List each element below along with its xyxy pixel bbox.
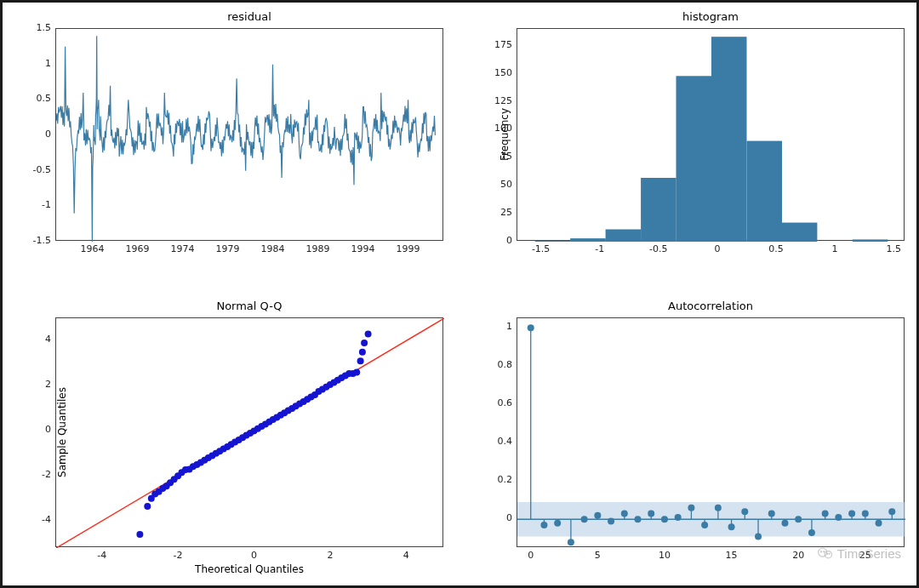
xtick: 1 bbox=[832, 243, 838, 254]
axes-histogram: histogram Frequency -1.5-1-0.500.511.502… bbox=[517, 28, 905, 241]
acf-marker bbox=[594, 512, 601, 519]
ytick: -0.5 bbox=[33, 163, 51, 174]
panel-qq: Normal Q-Q Sample Quantiles Theoretical … bbox=[55, 317, 443, 547]
acf-marker bbox=[621, 511, 628, 517]
axes-acf: Autocorrelation 051015202500.20.40.60.81 bbox=[517, 317, 905, 547]
plot-svg bbox=[517, 29, 905, 242]
acf-marker bbox=[581, 516, 588, 522]
axes-qq: Normal Q-Q Sample Quantiles Theoretical … bbox=[55, 317, 443, 547]
xtick: -2 bbox=[174, 550, 183, 561]
qq-point bbox=[357, 357, 364, 364]
hist-bar bbox=[535, 241, 571, 242]
acf-marker bbox=[701, 522, 708, 528]
panel-acf: Autocorrelation 051015202500.20.40.60.81 bbox=[517, 317, 905, 547]
ytick: -1 bbox=[42, 199, 51, 210]
acf-marker bbox=[755, 534, 762, 540]
ytick: 0.2 bbox=[498, 474, 513, 485]
xtick: 1994 bbox=[351, 243, 375, 254]
xtick: 1969 bbox=[125, 243, 149, 254]
acf-marker bbox=[862, 511, 869, 517]
xtick: 15 bbox=[726, 550, 738, 561]
xtick: 1964 bbox=[80, 243, 104, 254]
qq-point bbox=[144, 503, 151, 510]
xtick: 4 bbox=[403, 550, 409, 561]
acf-marker bbox=[568, 539, 574, 545]
residual-line bbox=[56, 36, 435, 242]
title-residual: residual bbox=[56, 10, 442, 23]
panel-histogram: histogram Frequency -1.5-1-0.500.511.502… bbox=[517, 28, 905, 241]
qq-point bbox=[136, 531, 143, 538]
hist-bar bbox=[606, 230, 642, 243]
ytick: 150 bbox=[494, 66, 512, 77]
ytick: 125 bbox=[494, 94, 512, 106]
acf-marker bbox=[728, 523, 735, 530]
ytick: -2 bbox=[42, 469, 51, 480]
plot-svg bbox=[56, 318, 444, 548]
xtick: 0 bbox=[528, 550, 534, 561]
xtick: 1979 bbox=[215, 243, 239, 254]
acf-marker bbox=[808, 529, 815, 536]
acf-marker bbox=[675, 514, 682, 521]
figure-frame: residual 1964196919741979198419891994199… bbox=[0, 0, 919, 588]
qq-point bbox=[353, 369, 360, 376]
xtick: 1974 bbox=[170, 243, 194, 254]
qq-point bbox=[359, 349, 366, 356]
xtick: 1989 bbox=[306, 243, 330, 254]
xtick: -0.5 bbox=[649, 243, 667, 254]
ytick: 0 bbox=[506, 512, 512, 523]
ytick: 0 bbox=[45, 128, 51, 140]
xtick: 1984 bbox=[261, 243, 285, 254]
acf-marker bbox=[822, 511, 829, 517]
xtick: 2 bbox=[327, 550, 333, 561]
xtick: 0 bbox=[251, 550, 257, 561]
hist-bar bbox=[641, 178, 676, 242]
xtick: 0.5 bbox=[768, 243, 784, 254]
ytick: 1 bbox=[45, 57, 51, 68]
acf-marker bbox=[688, 505, 694, 511]
acf-marker bbox=[528, 324, 534, 331]
hist-bar bbox=[782, 223, 818, 242]
xtick: 10 bbox=[659, 550, 671, 561]
hist-bar bbox=[747, 141, 783, 242]
svg-point-4 bbox=[826, 553, 827, 554]
svg-point-3 bbox=[823, 551, 824, 552]
title-histogram: histogram bbox=[517, 10, 904, 23]
acf-marker bbox=[876, 520, 882, 527]
axes-residual: residual 1964196919741979198419891994199… bbox=[55, 28, 443, 241]
acf-marker bbox=[848, 511, 855, 517]
ytick: 100 bbox=[494, 123, 512, 134]
xtick: 5 bbox=[595, 550, 601, 561]
ytick: -4 bbox=[42, 514, 51, 525]
ytick: 0 bbox=[506, 235, 512, 246]
xtick: -1.5 bbox=[532, 243, 550, 254]
plot-svg bbox=[56, 29, 444, 242]
ytick: 50 bbox=[500, 179, 512, 190]
hist-bar bbox=[676, 76, 712, 242]
ytick: 0.5 bbox=[37, 93, 52, 104]
xtick: 1999 bbox=[397, 243, 420, 254]
xtick: 20 bbox=[792, 550, 804, 561]
acf-marker bbox=[888, 508, 895, 515]
svg-point-5 bbox=[829, 553, 830, 554]
ytick: 4 bbox=[45, 334, 51, 345]
acf-marker bbox=[715, 505, 722, 511]
acf-marker bbox=[540, 522, 547, 528]
ytick: 75 bbox=[500, 151, 512, 162]
watermark: TimeSeries bbox=[817, 545, 901, 562]
ytick: -1.5 bbox=[33, 235, 51, 246]
ytick: 1.5 bbox=[37, 22, 52, 33]
hist-bar bbox=[853, 239, 888, 242]
xtick: 1.5 bbox=[886, 243, 901, 254]
acf-marker bbox=[768, 511, 775, 517]
xlabel-qq: Theoretical Quantiles bbox=[56, 563, 442, 575]
acf-marker bbox=[781, 520, 788, 527]
acf-marker bbox=[648, 511, 654, 517]
title-acf: Autocorrelation bbox=[517, 300, 904, 312]
acf-marker bbox=[608, 518, 614, 525]
panel-residual: residual 1964196919741979198419891994199… bbox=[55, 28, 443, 241]
ytick: 0.6 bbox=[498, 397, 513, 408]
acf-marker bbox=[635, 516, 642, 522]
acf-marker bbox=[661, 516, 668, 522]
ytick: 25 bbox=[500, 207, 512, 218]
wechat-icon bbox=[817, 545, 834, 562]
